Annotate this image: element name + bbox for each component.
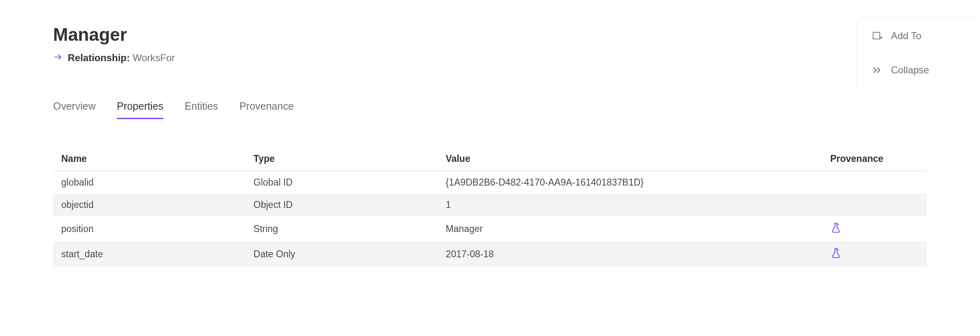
cell-value: 2017-08-18 bbox=[438, 241, 822, 267]
arrow-right-icon bbox=[53, 52, 63, 64]
collapse-button[interactable]: Collapse bbox=[858, 53, 980, 87]
properties-table: Name Type Value Provenance globalidGloba… bbox=[53, 148, 927, 267]
cell-provenance bbox=[822, 216, 927, 241]
cell-type: String bbox=[245, 216, 438, 241]
tab-properties[interactable]: Properties bbox=[117, 100, 163, 119]
cell-name: start_date bbox=[53, 241, 245, 267]
relationship-value: WorksFor bbox=[133, 52, 175, 63]
flask-icon[interactable] bbox=[830, 247, 842, 259]
tab-entities[interactable]: Entities bbox=[185, 100, 218, 119]
add-to-button[interactable]: Add To bbox=[858, 19, 980, 53]
cell-name: objectid bbox=[53, 194, 245, 216]
cell-value: 1 bbox=[438, 194, 822, 216]
tab-overview[interactable]: Overview bbox=[53, 100, 96, 119]
tab-provenance[interactable]: Provenance bbox=[239, 100, 294, 119]
svg-rect-1 bbox=[873, 32, 880, 39]
col-header-value[interactable]: Value bbox=[438, 148, 822, 171]
cell-provenance bbox=[822, 194, 927, 216]
table-row[interactable]: positionStringManager bbox=[53, 216, 927, 241]
cell-provenance bbox=[822, 171, 927, 194]
action-panel: Add To Collapse bbox=[858, 19, 980, 87]
flask-icon[interactable] bbox=[830, 222, 842, 233]
cell-name: position bbox=[53, 216, 245, 241]
cell-type: Date Only bbox=[245, 241, 438, 267]
add-to-label: Add To bbox=[891, 30, 921, 42]
relationship-label: Relationship: bbox=[68, 52, 130, 63]
table-row[interactable]: globalidGlobal ID{1A9DB2B6-D482-4170-AA9… bbox=[53, 171, 927, 194]
cell-name: globalid bbox=[53, 171, 245, 194]
relationship-row: Relationship: WorksFor bbox=[53, 52, 927, 64]
table-row[interactable]: start_dateDate Only2017-08-18 bbox=[53, 241, 927, 267]
cell-value: {1A9DB2B6-D482-4170-AA9A-161401837B1D} bbox=[438, 171, 822, 194]
col-header-type[interactable]: Type bbox=[245, 148, 438, 171]
collapse-icon bbox=[871, 64, 883, 76]
cell-type: Global ID bbox=[245, 171, 438, 194]
table-row[interactable]: objectidObject ID1 bbox=[53, 194, 927, 216]
page-title: Manager bbox=[53, 24, 927, 45]
cell-value: Manager bbox=[438, 216, 822, 241]
collapse-label: Collapse bbox=[891, 64, 929, 76]
col-header-name[interactable]: Name bbox=[53, 148, 245, 171]
col-header-provenance[interactable]: Provenance bbox=[822, 148, 927, 171]
tabs: Overview Properties Entities Provenance bbox=[53, 100, 927, 119]
cell-type: Object ID bbox=[245, 194, 438, 216]
cell-provenance bbox=[822, 241, 927, 267]
add-to-icon bbox=[871, 30, 883, 42]
header: Manager Relationship: WorksFor bbox=[53, 24, 927, 64]
